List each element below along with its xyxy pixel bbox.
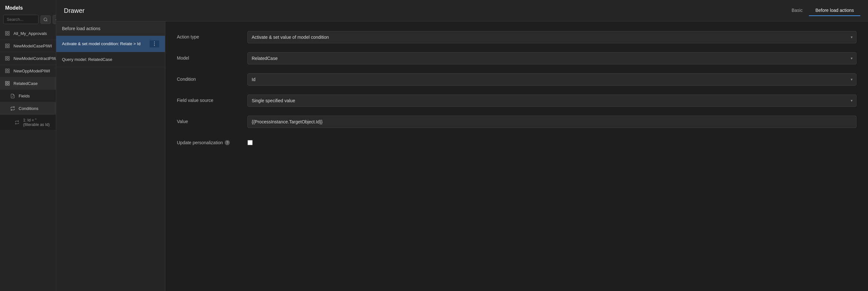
form-row-value: Value (177, 116, 857, 128)
svg-rect-20 (5, 84, 7, 85)
tab-basic[interactable]: Basic (785, 5, 809, 16)
svg-rect-2 (5, 31, 7, 33)
svg-rect-18 (5, 81, 7, 83)
topbar-tabs: Basic Before load actions (785, 5, 860, 16)
field-value-source-select[interactable]: Single specified value (248, 95, 857, 107)
search-input[interactable] (3, 15, 38, 24)
sidebar-item-new-opp-model[interactable]: NewOppModelPIWI (0, 65, 56, 77)
svg-rect-11 (8, 57, 9, 58)
action-list: Activate & set model condition: Relate >… (56, 36, 165, 291)
field-value-source-label: Field value source (177, 95, 241, 103)
value-input[interactable] (248, 116, 857, 128)
update-personalization-checkbox[interactable] (248, 140, 253, 145)
panel-header: Before load actions (56, 22, 165, 36)
svg-rect-15 (8, 69, 9, 71)
model-select[interactable]: RelatedCase (248, 52, 857, 64)
svg-rect-4 (5, 34, 7, 35)
condition-select-wrapper: Id ▾ (248, 73, 857, 85)
field-value-source-select-wrapper: Single specified value ▾ (248, 95, 857, 107)
sidebar-item-label: Fields (19, 94, 30, 98)
action-type-select[interactable]: Activate & set value of model condition (248, 31, 857, 43)
action-item-label: Activate & set model condition: Relate >… (62, 41, 150, 47)
field-value-source-control: Single specified value ▾ (248, 95, 857, 107)
form-row-model: Model RelatedCase ▾ (177, 52, 857, 64)
svg-rect-3 (8, 31, 9, 33)
form-row-action-type: Action type Activate & set value of mode… (177, 31, 857, 43)
action-type-control: Activate & set value of model condition … (248, 31, 857, 43)
sidebar-item-label: All_My_Approvals (13, 31, 47, 36)
svg-rect-14 (5, 69, 7, 71)
sidebar-title: Models (0, 0, 56, 15)
page-title: Drawer (64, 7, 85, 14)
info-icon[interactable]: ? (225, 140, 230, 145)
value-label: Value (177, 116, 241, 124)
svg-rect-8 (5, 46, 7, 48)
svg-rect-10 (5, 57, 7, 58)
sidebar-item-related-case[interactable]: RelatedCase (0, 77, 56, 90)
sidebar-items-list: All_My_Approvals NewModelCasePIWI NewMod… (0, 27, 56, 291)
sidebar-item-label: NewModelContractPIWI (13, 56, 56, 61)
svg-line-1 (46, 20, 48, 21)
sidebar-sub-condition-label: 1: Id = '' (filterable as Id) (23, 118, 51, 127)
grid-icon (4, 56, 10, 61)
conditions-sub-icon (14, 119, 20, 125)
form-row-condition: Condition Id ▾ (177, 73, 857, 85)
grid-icon (4, 43, 10, 49)
action-item-1[interactable]: Activate & set model condition: Relate >… (56, 36, 165, 52)
update-personalization-label: Update personalization ? (177, 137, 241, 145)
sidebar-sub-condition-item[interactable]: 1: Id = '' (filterable as Id) (0, 115, 56, 131)
sidebar-item-label: NewOppModelPIWI (13, 69, 50, 73)
sidebar-item-all-approvals[interactable]: All_My_Approvals (0, 27, 56, 40)
sidebar-item-fields[interactable]: Fields (0, 90, 56, 102)
action-dots-button[interactable]: ⋮ (150, 40, 159, 47)
svg-rect-6 (5, 44, 7, 45)
model-select-wrapper: RelatedCase ▾ (248, 52, 857, 64)
svg-point-0 (44, 17, 47, 21)
left-panel: Before load actions Activate & set model… (56, 22, 165, 291)
condition-label: Condition (177, 73, 241, 82)
conditions-icon (10, 105, 16, 111)
doc-icon (10, 93, 16, 99)
form-row-update-personalization: Update personalization ? (177, 137, 857, 146)
svg-rect-17 (8, 71, 9, 73)
svg-rect-5 (8, 34, 9, 35)
action-type-label: Action type (177, 31, 241, 39)
sidebar-item-new-model-contract[interactable]: NewModelContractPIWI (0, 52, 56, 65)
svg-rect-12 (5, 59, 7, 60)
grid-icon (4, 80, 10, 86)
svg-rect-21 (8, 84, 9, 85)
condition-select[interactable]: Id (248, 73, 857, 85)
svg-rect-19 (8, 81, 9, 83)
sidebar-item-label: RelatedCase (13, 81, 37, 86)
svg-rect-9 (8, 46, 9, 48)
main-content: Drawer Basic Before load actions Before … (56, 0, 868, 291)
value-control (248, 116, 857, 128)
action-item-label: Query model: RelatedCase (62, 57, 159, 63)
content-area: Before load actions Activate & set model… (56, 22, 868, 291)
sidebar-item-conditions[interactable]: Conditions (0, 102, 56, 115)
svg-rect-16 (5, 71, 7, 73)
sidebar: Models + All_My_Approvals (0, 0, 56, 291)
sidebar-item-label: NewModelCasePIWI (13, 44, 52, 48)
svg-rect-7 (8, 44, 9, 45)
search-button[interactable] (40, 15, 51, 24)
sidebar-item-new-model-case[interactable]: NewModelCasePIWI (0, 40, 56, 52)
condition-control: Id ▾ (248, 73, 857, 85)
sidebar-item-label: Conditions (19, 106, 38, 111)
right-panel: Action type Activate & set value of mode… (165, 22, 868, 291)
topbar: Drawer Basic Before load actions (56, 0, 868, 22)
action-item-2[interactable]: Query model: RelatedCase (56, 52, 165, 67)
model-control: RelatedCase ▾ (248, 52, 857, 64)
action-type-select-wrapper: Activate & set value of model condition … (248, 31, 857, 43)
form-row-field-value-source: Field value source Single specified valu… (177, 95, 857, 107)
update-personalization-control (248, 137, 857, 146)
svg-rect-13 (8, 59, 9, 60)
tab-before-load-actions[interactable]: Before load actions (809, 5, 860, 16)
grid-icon (4, 31, 10, 36)
grid-icon (4, 68, 10, 74)
sidebar-search-bar: + (3, 15, 53, 24)
model-label: Model (177, 52, 241, 61)
